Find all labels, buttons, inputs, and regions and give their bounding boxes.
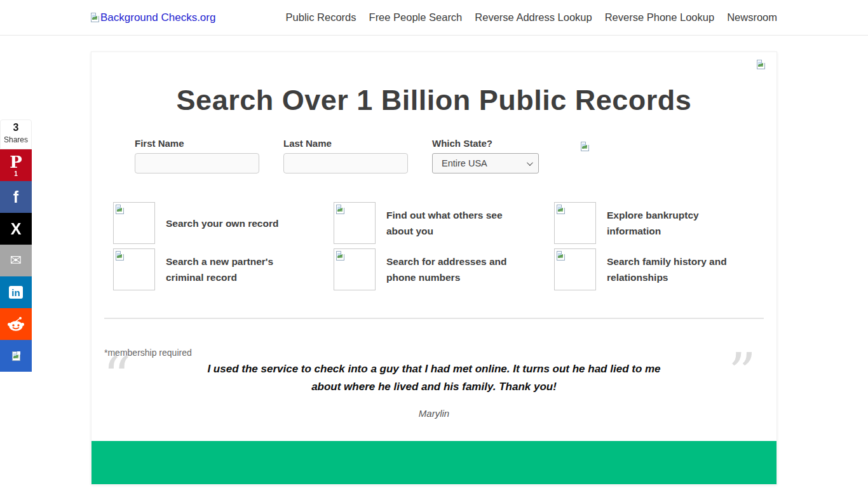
pinterest-share-button[interactable]: P 1	[0, 149, 32, 181]
state-label: Which State?	[432, 138, 539, 149]
facebook-share-button[interactable]: f	[0, 181, 32, 213]
feature-own-record: Search your own record	[113, 202, 334, 244]
reddit-icon	[6, 315, 25, 334]
feature-label: Explore bankruptcy information	[607, 207, 737, 239]
pinterest-share-count: 1	[14, 171, 18, 177]
broken-image-icon	[116, 251, 124, 261]
broken-image-icon	[336, 205, 344, 214]
first-name-label: First Name	[135, 138, 259, 149]
nav-reverse-address-lookup[interactable]: Reverse Address Lookup	[475, 11, 592, 24]
feature-label: Search your own record	[166, 215, 278, 231]
feature-image-box	[113, 248, 155, 290]
feature-label: Search a new partner's criminal record	[166, 254, 296, 285]
feature-addresses-phones: Search for addresses and phone numbers	[334, 248, 554, 290]
broken-logo-image-icon	[91, 13, 99, 22]
broken-image-icon	[116, 205, 124, 214]
x-twitter-share-button[interactable]: X	[0, 213, 32, 245]
share-count: 3 Shares	[0, 119, 32, 149]
feature-others-see: Find out what others see about you	[334, 202, 554, 244]
feature-image-box	[334, 202, 376, 244]
broken-corner-image-icon	[757, 60, 765, 69]
feature-label: Search for addresses and phone numbers	[386, 254, 517, 285]
linkedin-icon: in	[9, 286, 22, 299]
feature-list: Search your own record Find out what oth…	[113, 202, 760, 290]
feature-label: Search family history and relationships	[607, 254, 737, 285]
site-header: Background Checks.org Public Records Fre…	[0, 0, 868, 36]
feature-family-history: Search family history and relationships	[554, 248, 760, 290]
feature-image-box	[113, 202, 155, 244]
state-select-value: Entire USA	[442, 158, 487, 168]
testimonial-quote: I used the service to check into a guy t…	[202, 360, 666, 395]
broken-image-icon	[336, 251, 344, 261]
page-title: Search Over 1 Billion Public Records	[92, 84, 776, 117]
testimonial-author: Marylin	[104, 408, 764, 419]
reddit-share-button[interactable]	[0, 308, 32, 340]
first-name-input[interactable]	[135, 153, 259, 173]
feature-label: Find out what others see about you	[386, 207, 517, 239]
email-icon: ✉	[10, 254, 22, 268]
pinterest-icon: P	[10, 154, 22, 170]
chevron-down-icon	[527, 159, 533, 166]
nav-reverse-phone-lookup[interactable]: Reverse Phone Lookup	[605, 11, 714, 24]
testimonial-section: *membership required “ ” I used the serv…	[92, 348, 776, 419]
feature-image-box	[334, 248, 376, 290]
membership-note: *membership required	[104, 348, 764, 358]
feature-image-box	[554, 248, 596, 290]
nav-newsroom[interactable]: Newsroom	[727, 11, 777, 24]
nav-public-records[interactable]: Public Records	[286, 11, 356, 24]
broken-image-icon	[557, 251, 565, 261]
search-form: First Name Last Name Which State? Entire…	[135, 138, 776, 173]
search-button-image[interactable]	[581, 142, 589, 151]
share-sidebar: 3 Shares P 1 f X ✉ in	[0, 119, 32, 372]
email-share-button[interactable]: ✉	[0, 245, 32, 276]
state-select[interactable]: Entire USA	[432, 153, 539, 173]
broken-image-icon	[557, 205, 565, 214]
feature-image-box	[554, 202, 596, 244]
share-count-label: Shares	[4, 135, 28, 144]
last-name-input[interactable]	[283, 153, 408, 173]
facebook-icon: f	[13, 189, 18, 205]
feature-bankruptcy: Explore bankruptcy information	[554, 202, 760, 244]
content-card: Search Over 1 Billion Public Records Fir…	[91, 51, 777, 485]
last-name-label: Last Name	[283, 138, 408, 149]
nav-free-people-search[interactable]: Free People Search	[369, 11, 463, 24]
footer-bar	[92, 441, 776, 484]
share-count-number: 3	[1, 122, 31, 133]
x-twitter-icon: X	[11, 221, 22, 237]
broken-image-icon	[12, 351, 20, 361]
linkedin-share-button[interactable]: in	[0, 276, 32, 308]
share-more-button[interactable]	[0, 340, 32, 372]
section-divider	[104, 318, 764, 319]
main-nav: Public Records Free People Search Revers…	[286, 11, 777, 24]
site-logo[interactable]: Background Checks.org	[91, 11, 215, 24]
feature-partner-criminal: Search a new partner's criminal record	[113, 248, 334, 290]
logo-text: Background Checks.org	[100, 11, 215, 24]
